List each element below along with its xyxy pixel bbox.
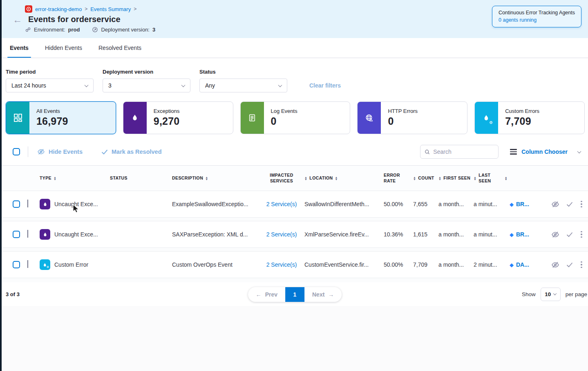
agents-status-card[interactable]: Continuous Error Tracking Agents 0 agent… [492,6,581,27]
hide-event-icon[interactable] [551,261,559,268]
column-header-description[interactable]: DESCRIPTION ▲▼ [172,175,259,181]
exception-flame-icon [40,229,50,240]
breadcrumb-separator: > [85,6,87,12]
page: error-tracking-demo > Events Summary > ←… [2,0,588,371]
impacted-services-link[interactable]: 2 Service(s) [266,201,297,207]
card-exceptions[interactable]: Exceptions 9,270 [123,101,233,134]
impacted-services-link[interactable]: 2 Service(s) [266,261,297,268]
expand-row-icon[interactable] [27,230,28,238]
impacted-services-link[interactable]: 2 Service(s) [266,231,297,238]
column-header-status[interactable]: STATUS [110,175,172,181]
column-header-label: DESCRIPTION [172,175,203,181]
status-select[interactable]: Any [199,79,287,92]
hide-events-button[interactable]: Hide Events [37,148,83,155]
sort-arrows-icon[interactable]: ▲▼ [413,176,416,180]
event-count: 7,709 [413,261,438,268]
table-row[interactable]: Uncaught Exce... SAXParseException: XML … [2,221,588,248]
card-custom-errors[interactable]: ⚙ Custom Errors 7,709 [474,101,585,134]
card-log-events[interactable]: Log Events 0 [240,101,351,134]
sort-arrows-icon[interactable]: ▲▼ [54,176,56,180]
hide-event-icon[interactable] [551,201,559,208]
column-header-count[interactable]: ▲▼ COUNT [413,175,438,181]
back-arrow-icon[interactable]: ← [13,16,22,24]
sort-arrows-icon[interactable]: ▲▼ [304,176,307,180]
prev-label: Prev [265,291,277,298]
column-header-location[interactable]: ▲▼ LOCATION ▲▼ [304,175,384,181]
tab-resolved-events[interactable]: Resolved Events [98,38,141,58]
kebab-menu-icon[interactable] [580,230,583,239]
event-location: XmlParseService.fireEv... [304,231,384,238]
agents-running-link[interactable]: 0 agents running [499,17,575,23]
resolve-event-icon[interactable] [566,262,573,268]
kebab-menu-icon[interactable] [580,200,583,209]
clear-filters-button[interactable]: Clear filters [309,82,341,89]
chevron-down-icon [181,83,186,87]
resolve-event-icon[interactable] [566,232,573,237]
expand-row-icon[interactable] [27,260,28,268]
time-period-value: Last 24 hours [11,82,46,89]
search-box[interactable] [420,145,499,159]
card-value: 0 [388,115,418,127]
resolve-event-icon[interactable] [566,202,573,207]
card-value: 9,270 [154,115,180,127]
custom-error-flame-gear-icon: ⚙ [40,259,50,270]
ticket-link[interactable]: BR... [516,201,529,207]
card-value: 16,979 [36,115,68,127]
prev-page-button[interactable]: ← Prev [248,287,285,302]
column-header-label: FIRST SEEN [443,175,470,181]
first-seen: a month... [438,261,474,268]
status-label: Status [199,69,287,75]
breadcrumb-project-link[interactable]: error-tracking-demo [35,6,82,12]
page-size-select[interactable]: 10 [541,288,561,301]
column-header-impacted-services[interactable]: IMPACTED SERVICES [265,173,298,183]
event-summary-cards: All Events 16,979 Exceptions 9,270 [2,92,588,134]
card-value: 0 [271,115,297,127]
breadcrumb-separator: > [134,6,136,12]
sort-arrows-icon[interactable]: ▲▼ [474,176,476,180]
sort-arrows-icon[interactable]: ▲▼ [205,176,208,180]
event-count: 1,615 [413,231,438,238]
column-chooser-button[interactable]: Column Chooser [510,148,581,155]
event-count: 7,655 [413,201,438,207]
expand-row-icon[interactable] [27,200,28,207]
column-header-error-rate[interactable]: ERROR RATE [384,173,401,183]
page-number-button[interactable]: 1 [285,287,304,302]
arrow-right-icon: → [328,291,334,298]
card-http-errors[interactable]: HTTP Errors 0 [357,101,467,134]
column-header-first-seen[interactable]: ▲▼ FIRST SEEN [438,175,474,181]
kebab-menu-icon[interactable] [580,261,583,269]
row-checkbox[interactable] [13,231,20,238]
page-size-value: 10 [545,291,551,297]
mark-as-resolved-button[interactable]: Mark as Resolved [101,148,162,155]
ticket-link[interactable]: BR... [516,231,529,238]
sort-arrows-icon[interactable]: ▲▼ [335,176,338,180]
card-all-events[interactable]: All Events 16,979 [6,101,116,134]
event-location: CustomEventService.fir... [304,261,384,268]
table-row[interactable]: Uncaught Exce... ExampleSwallowedExcepti… [2,191,588,218]
column-header-last-seen[interactable]: ▲▼ LAST SEEN ▲▼ [474,173,510,183]
next-label: Next [312,291,324,298]
deployment-version-select[interactable]: 3 [103,79,190,92]
error-tracking-module-icon [25,5,32,13]
breadcrumb-page-link[interactable]: Events Summary [90,6,131,12]
hide-event-icon[interactable] [551,231,559,238]
row-checkbox[interactable] [13,200,20,208]
collapsed-nav-edge [0,0,2,371]
card-value: 7,709 [505,115,539,127]
column-chooser-label: Column Chooser [521,148,568,155]
row-checkbox[interactable] [13,261,20,268]
next-page-button[interactable]: Next → [304,287,342,302]
search-input[interactable] [433,148,494,155]
table-row[interactable]: ⚙ Custom Error Custom OverOps Event 2 Se… [2,251,588,278]
check-icon [101,149,108,155]
time-period-select[interactable]: Last 24 hours [6,79,94,92]
ticket-link[interactable]: DA... [516,261,529,268]
sort-arrows-icon[interactable]: ▲▼ [438,176,441,180]
time-period-label: Time period [6,69,94,75]
tab-events[interactable]: Events [10,38,29,58]
page-title: Events for orderservice [28,15,121,24]
column-header-type[interactable]: TYPE ▲▼ [40,175,110,181]
sort-arrows-icon[interactable]: ▲▼ [505,176,508,180]
select-all-checkbox[interactable] [13,148,20,155]
tab-hidden-events[interactable]: Hidden Events [45,38,82,58]
